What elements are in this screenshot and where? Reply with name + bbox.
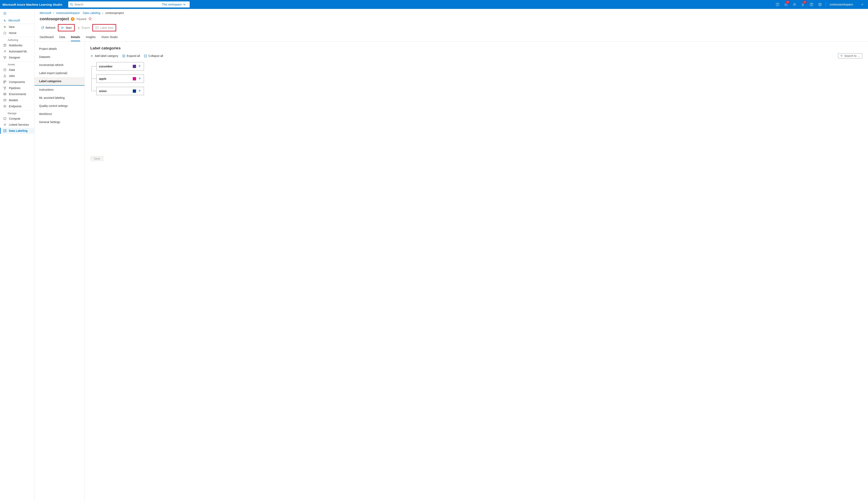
- nav-toggle-button[interactable]: [0, 10, 34, 17]
- svg-point-30: [4, 105, 6, 106]
- svg-marker-36: [62, 27, 64, 29]
- plus-icon: [3, 25, 7, 29]
- nav-automl[interactable]: Automated ML: [0, 49, 34, 54]
- nav-linked-services[interactable]: Linked Services: [0, 122, 34, 128]
- subnav-incremental-refresh[interactable]: Incremental refresh: [34, 61, 84, 69]
- svg-rect-29: [4, 94, 6, 95]
- subnav-workforce[interactable]: Workforce: [34, 110, 84, 118]
- crumb-area[interactable]: Data Labeling: [83, 11, 100, 14]
- notifications-icon[interactable]: 23: [782, 0, 790, 9]
- svg-point-17: [4, 56, 4, 57]
- notifications-badge: 23: [786, 1, 790, 4]
- tab-insights[interactable]: Insights: [86, 35, 96, 41]
- diagnostics-icon[interactable]: 14: [799, 0, 807, 9]
- subnav-label-categories[interactable]: Label categories: [34, 77, 84, 86]
- subnav-project-details[interactable]: Project details: [34, 45, 84, 53]
- collapse-all-button[interactable]: Collapse all: [144, 54, 163, 57]
- subnav-general-settings[interactable]: General Settings: [34, 118, 84, 126]
- nav-notebooks[interactable]: Notebooks: [0, 42, 34, 49]
- feedback-icon[interactable]: [816, 0, 824, 9]
- add-label-category-button[interactable]: Add label category: [90, 54, 118, 57]
- export-button: Export: [75, 25, 92, 30]
- status-pill-icon: Ⅱ: [71, 17, 75, 21]
- favorite-star-icon[interactable]: [88, 17, 92, 21]
- tab-details[interactable]: Details: [71, 35, 80, 41]
- svg-point-18: [5, 56, 6, 57]
- highlight-start: Start: [58, 24, 75, 31]
- add-child-button[interactable]: [138, 89, 141, 93]
- tab-data[interactable]: Data: [59, 35, 65, 41]
- edit-icon: [95, 26, 99, 29]
- label-card[interactable]: onion: [96, 87, 144, 95]
- project-toolbar: Refresh Start Export Label data: [34, 22, 868, 33]
- tab-dashboard[interactable]: Dashboard: [40, 35, 54, 41]
- subnav-ml-assisted[interactable]: ML assisted labeling: [34, 94, 84, 102]
- nav-group-assets: Assets: [0, 61, 34, 67]
- nav-back[interactable]: Microsoft: [0, 17, 34, 24]
- svg-point-7: [819, 4, 819, 4]
- start-button[interactable]: Start: [59, 25, 74, 30]
- nav-environments[interactable]: Environments: [0, 91, 34, 97]
- nav-home[interactable]: Home: [0, 30, 34, 36]
- nav-designer[interactable]: Designer: [0, 54, 34, 61]
- header-icon-tray: 23 14 contosoworkspace: [773, 0, 866, 9]
- subnav-label-export[interactable]: Label export (optional): [34, 69, 84, 77]
- expand-all-button[interactable]: Expand all: [122, 54, 140, 57]
- project-tabs: Dashboard Data Details Insights Vision S…: [34, 33, 868, 42]
- flask-icon: [3, 74, 7, 77]
- search-input[interactable]: [73, 3, 160, 6]
- svg-point-26: [5, 88, 5, 89]
- settings-icon[interactable]: [791, 0, 799, 9]
- workspace-picker[interactable]: contosoworkspace: [827, 3, 866, 6]
- models-icon: [3, 98, 7, 102]
- svg-point-25: [6, 87, 6, 87]
- nav-compute[interactable]: Compute: [0, 116, 34, 122]
- tab-vision-studio[interactable]: Vision Studio: [101, 35, 118, 41]
- crumb-workspace[interactable]: contosoworkspace: [56, 11, 79, 14]
- breadcrumb: Microsoft › contosoworkspace Data Labeli…: [34, 9, 868, 14]
- filter-search[interactable]: Search to …: [838, 53, 862, 58]
- search-scope-picker[interactable]: This workspace: [160, 3, 188, 6]
- label-card[interactable]: apple: [96, 74, 144, 83]
- nav-endpoints[interactable]: Endpoints: [0, 103, 34, 109]
- diagnostics-badge: 14: [803, 1, 806, 4]
- recent-icon[interactable]: [773, 0, 782, 9]
- home-icon: [3, 31, 7, 35]
- subnav-instructions[interactable]: Instructions: [34, 86, 84, 94]
- label-card[interactable]: cucumber: [96, 62, 144, 71]
- nav-new[interactable]: New: [0, 24, 34, 30]
- label-categories-pane: Label categories Add label category Expa…: [85, 42, 868, 501]
- nav-data[interactable]: Data: [0, 67, 34, 73]
- workspace-name-label: contosoworkspace: [829, 3, 853, 6]
- nav-models[interactable]: Models: [0, 97, 34, 103]
- label-name: onion: [99, 89, 131, 93]
- page-titlebar: contosoproject Ⅱ Paused: [34, 14, 868, 22]
- status-text: Paused: [76, 18, 86, 21]
- svg-point-0: [70, 3, 72, 5]
- svg-rect-28: [4, 93, 6, 95]
- subnav-datasets[interactable]: Datasets: [34, 53, 84, 61]
- svg-point-3: [794, 4, 795, 5]
- nav-components[interactable]: Components: [0, 79, 34, 85]
- subnav-quality-control[interactable]: Quality control settings: [34, 102, 84, 110]
- crumb-directory[interactable]: Microsoft: [40, 11, 51, 14]
- chevron-down-icon: [183, 3, 186, 6]
- global-search[interactable]: This workspace: [68, 1, 190, 8]
- data-icon: [3, 68, 7, 72]
- svg-rect-23: [4, 82, 5, 83]
- label-row: onion: [96, 87, 144, 95]
- collapse-icon: [144, 54, 147, 57]
- link-icon: [3, 123, 7, 126]
- refresh-button[interactable]: Refresh: [39, 25, 57, 30]
- nav-data-labeling[interactable]: Data Labeling: [0, 128, 34, 134]
- svg-point-6: [818, 3, 822, 6]
- filter-icon: [840, 55, 843, 57]
- svg-marker-45: [841, 55, 843, 57]
- add-child-button[interactable]: [138, 64, 141, 68]
- help-icon[interactable]: [807, 0, 816, 9]
- nav-jobs[interactable]: Jobs: [0, 73, 34, 79]
- nav-pipelines[interactable]: Pipelines: [0, 85, 34, 91]
- pane-toolbar: Add label category Expand all Collapse a…: [90, 53, 862, 58]
- compute-icon: [3, 117, 7, 120]
- add-child-button[interactable]: [138, 77, 141, 81]
